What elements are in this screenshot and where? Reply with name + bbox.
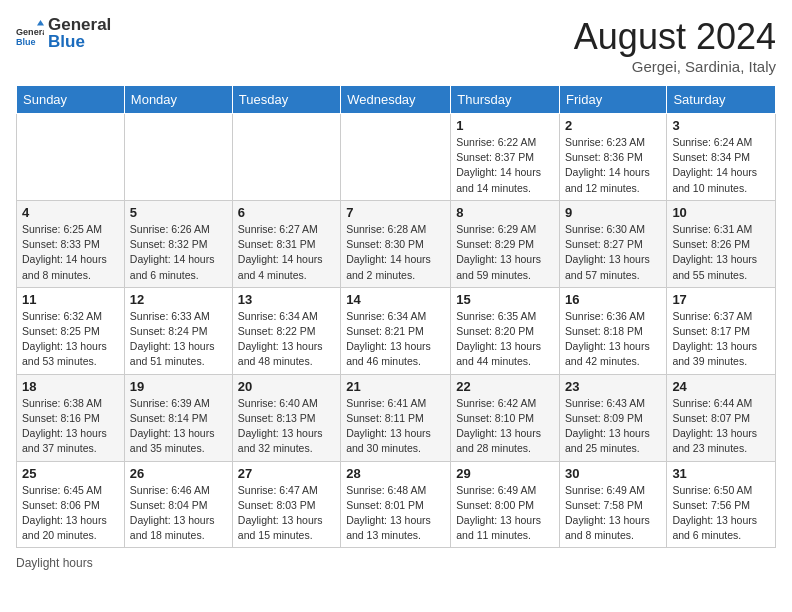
- calendar-table: SundayMondayTuesdayWednesdayThursdayFrid…: [16, 85, 776, 548]
- footer-note: Daylight hours: [16, 556, 776, 570]
- calendar-cell: 21Sunrise: 6:41 AM Sunset: 8:11 PM Dayli…: [341, 374, 451, 461]
- calendar-day-header: Sunday: [17, 86, 125, 114]
- day-info: Sunrise: 6:33 AM Sunset: 8:24 PM Dayligh…: [130, 309, 227, 370]
- calendar-cell: 24Sunrise: 6:44 AM Sunset: 8:07 PM Dayli…: [667, 374, 776, 461]
- day-info: Sunrise: 6:50 AM Sunset: 7:56 PM Dayligh…: [672, 483, 770, 544]
- calendar-cell: 26Sunrise: 6:46 AM Sunset: 8:04 PM Dayli…: [124, 461, 232, 548]
- day-number: 20: [238, 379, 335, 394]
- calendar-cell: 29Sunrise: 6:49 AM Sunset: 8:00 PM Dayli…: [451, 461, 560, 548]
- calendar-cell: 5Sunrise: 6:26 AM Sunset: 8:32 PM Daylig…: [124, 200, 232, 287]
- calendar-cell: 16Sunrise: 6:36 AM Sunset: 8:18 PM Dayli…: [560, 287, 667, 374]
- day-number: 25: [22, 466, 119, 481]
- day-number: 10: [672, 205, 770, 220]
- day-number: 4: [22, 205, 119, 220]
- calendar-cell: 20Sunrise: 6:40 AM Sunset: 8:13 PM Dayli…: [232, 374, 340, 461]
- day-info: Sunrise: 6:43 AM Sunset: 8:09 PM Dayligh…: [565, 396, 661, 457]
- calendar-cell: [232, 114, 340, 201]
- calendar-day-header: Friday: [560, 86, 667, 114]
- day-info: Sunrise: 6:36 AM Sunset: 8:18 PM Dayligh…: [565, 309, 661, 370]
- calendar-cell: 27Sunrise: 6:47 AM Sunset: 8:03 PM Dayli…: [232, 461, 340, 548]
- calendar-cell: 1Sunrise: 6:22 AM Sunset: 8:37 PM Daylig…: [451, 114, 560, 201]
- day-info: Sunrise: 6:41 AM Sunset: 8:11 PM Dayligh…: [346, 396, 445, 457]
- day-number: 7: [346, 205, 445, 220]
- day-number: 9: [565, 205, 661, 220]
- svg-text:Blue: Blue: [16, 36, 36, 46]
- calendar-cell: 7Sunrise: 6:28 AM Sunset: 8:30 PM Daylig…: [341, 200, 451, 287]
- svg-marker-2: [37, 20, 44, 26]
- page-header: General Blue General Blue August 2024 Ge…: [16, 16, 776, 75]
- title-block: August 2024 Gergei, Sardinia, Italy: [574, 16, 776, 75]
- calendar-week-row: 18Sunrise: 6:38 AM Sunset: 8:16 PM Dayli…: [17, 374, 776, 461]
- day-info: Sunrise: 6:22 AM Sunset: 8:37 PM Dayligh…: [456, 135, 554, 196]
- calendar-cell: 9Sunrise: 6:30 AM Sunset: 8:27 PM Daylig…: [560, 200, 667, 287]
- day-number: 14: [346, 292, 445, 307]
- calendar-day-header: Tuesday: [232, 86, 340, 114]
- day-info: Sunrise: 6:49 AM Sunset: 7:58 PM Dayligh…: [565, 483, 661, 544]
- calendar-cell: 17Sunrise: 6:37 AM Sunset: 8:17 PM Dayli…: [667, 287, 776, 374]
- calendar-week-row: 25Sunrise: 6:45 AM Sunset: 8:06 PM Dayli…: [17, 461, 776, 548]
- day-info: Sunrise: 6:39 AM Sunset: 8:14 PM Dayligh…: [130, 396, 227, 457]
- daylight-label: Daylight hours: [16, 556, 93, 570]
- day-number: 23: [565, 379, 661, 394]
- calendar-cell: 3Sunrise: 6:24 AM Sunset: 8:34 PM Daylig…: [667, 114, 776, 201]
- day-info: Sunrise: 6:31 AM Sunset: 8:26 PM Dayligh…: [672, 222, 770, 283]
- day-info: Sunrise: 6:48 AM Sunset: 8:01 PM Dayligh…: [346, 483, 445, 544]
- calendar-cell: 13Sunrise: 6:34 AM Sunset: 8:22 PM Dayli…: [232, 287, 340, 374]
- day-info: Sunrise: 6:37 AM Sunset: 8:17 PM Dayligh…: [672, 309, 770, 370]
- day-number: 22: [456, 379, 554, 394]
- day-info: Sunrise: 6:49 AM Sunset: 8:00 PM Dayligh…: [456, 483, 554, 544]
- calendar-cell: 18Sunrise: 6:38 AM Sunset: 8:16 PM Dayli…: [17, 374, 125, 461]
- calendar-day-header: Saturday: [667, 86, 776, 114]
- day-number: 31: [672, 466, 770, 481]
- day-number: 13: [238, 292, 335, 307]
- day-info: Sunrise: 6:32 AM Sunset: 8:25 PM Dayligh…: [22, 309, 119, 370]
- logo: General Blue General Blue: [16, 16, 111, 51]
- day-number: 3: [672, 118, 770, 133]
- month-year-title: August 2024: [574, 16, 776, 58]
- calendar-day-header: Wednesday: [341, 86, 451, 114]
- calendar-cell: 15Sunrise: 6:35 AM Sunset: 8:20 PM Dayli…: [451, 287, 560, 374]
- day-number: 15: [456, 292, 554, 307]
- day-number: 16: [565, 292, 661, 307]
- day-number: 24: [672, 379, 770, 394]
- day-number: 29: [456, 466, 554, 481]
- day-number: 8: [456, 205, 554, 220]
- day-info: Sunrise: 6:29 AM Sunset: 8:29 PM Dayligh…: [456, 222, 554, 283]
- calendar-week-row: 1Sunrise: 6:22 AM Sunset: 8:37 PM Daylig…: [17, 114, 776, 201]
- day-number: 26: [130, 466, 227, 481]
- day-info: Sunrise: 6:24 AM Sunset: 8:34 PM Dayligh…: [672, 135, 770, 196]
- day-info: Sunrise: 6:34 AM Sunset: 8:22 PM Dayligh…: [238, 309, 335, 370]
- day-info: Sunrise: 6:34 AM Sunset: 8:21 PM Dayligh…: [346, 309, 445, 370]
- day-info: Sunrise: 6:42 AM Sunset: 8:10 PM Dayligh…: [456, 396, 554, 457]
- calendar-cell: 12Sunrise: 6:33 AM Sunset: 8:24 PM Dayli…: [124, 287, 232, 374]
- day-info: Sunrise: 6:23 AM Sunset: 8:36 PM Dayligh…: [565, 135, 661, 196]
- location-subtitle: Gergei, Sardinia, Italy: [574, 58, 776, 75]
- calendar-cell: 28Sunrise: 6:48 AM Sunset: 8:01 PM Dayli…: [341, 461, 451, 548]
- calendar-cell: [124, 114, 232, 201]
- calendar-cell: 19Sunrise: 6:39 AM Sunset: 8:14 PM Dayli…: [124, 374, 232, 461]
- day-number: 5: [130, 205, 227, 220]
- calendar-cell: 8Sunrise: 6:29 AM Sunset: 8:29 PM Daylig…: [451, 200, 560, 287]
- day-info: Sunrise: 6:38 AM Sunset: 8:16 PM Dayligh…: [22, 396, 119, 457]
- day-info: Sunrise: 6:30 AM Sunset: 8:27 PM Dayligh…: [565, 222, 661, 283]
- calendar-day-header: Thursday: [451, 86, 560, 114]
- day-number: 21: [346, 379, 445, 394]
- calendar-week-row: 4Sunrise: 6:25 AM Sunset: 8:33 PM Daylig…: [17, 200, 776, 287]
- day-info: Sunrise: 6:28 AM Sunset: 8:30 PM Dayligh…: [346, 222, 445, 283]
- logo-blue-text: Blue: [48, 33, 111, 52]
- day-info: Sunrise: 6:44 AM Sunset: 8:07 PM Dayligh…: [672, 396, 770, 457]
- day-info: Sunrise: 6:26 AM Sunset: 8:32 PM Dayligh…: [130, 222, 227, 283]
- calendar-cell: 30Sunrise: 6:49 AM Sunset: 7:58 PM Dayli…: [560, 461, 667, 548]
- day-number: 30: [565, 466, 661, 481]
- day-number: 2: [565, 118, 661, 133]
- day-info: Sunrise: 6:40 AM Sunset: 8:13 PM Dayligh…: [238, 396, 335, 457]
- calendar-cell: 11Sunrise: 6:32 AM Sunset: 8:25 PM Dayli…: [17, 287, 125, 374]
- day-number: 6: [238, 205, 335, 220]
- day-number: 18: [22, 379, 119, 394]
- calendar-cell: 10Sunrise: 6:31 AM Sunset: 8:26 PM Dayli…: [667, 200, 776, 287]
- day-info: Sunrise: 6:27 AM Sunset: 8:31 PM Dayligh…: [238, 222, 335, 283]
- calendar-day-header: Monday: [124, 86, 232, 114]
- day-number: 28: [346, 466, 445, 481]
- calendar-cell: 14Sunrise: 6:34 AM Sunset: 8:21 PM Dayli…: [341, 287, 451, 374]
- day-number: 11: [22, 292, 119, 307]
